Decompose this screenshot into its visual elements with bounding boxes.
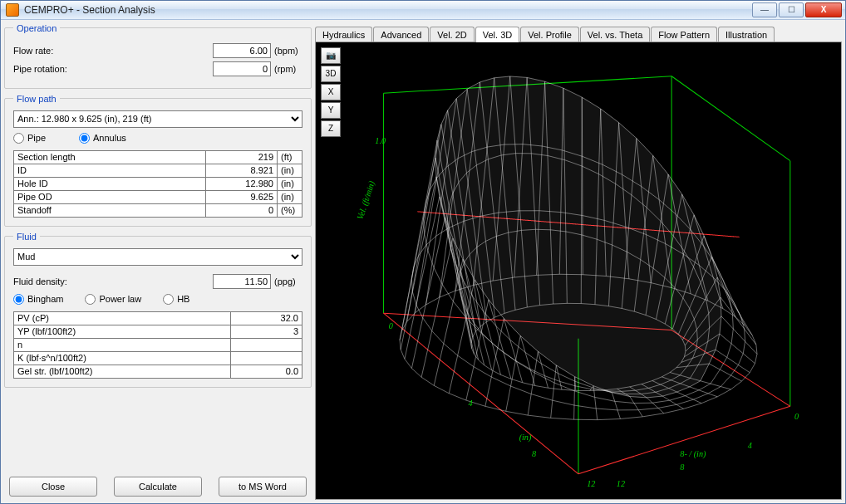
fluid-density-unit: (ppg) <box>271 276 302 286</box>
client-area: Operation Flow rate: (bpm) Pipe rotation… <box>1 20 845 503</box>
table-row: K (lbf·s^n/100ft2) <box>14 351 302 365</box>
fluid-density-label: Fluid density: <box>13 276 213 286</box>
tab-strip: Hydraulics Advanced Vel. 2D Vel. 3D Vel.… <box>315 23 842 42</box>
radio-powerlaw[interactable]: Power law <box>85 294 141 305</box>
radio-pipe-input[interactable] <box>13 133 24 144</box>
flowpath-group: Flow path Ann.: 12.980 x 9.625 (in), 219… <box>4 94 312 227</box>
view-camera-icon[interactable]: 📷 <box>321 47 341 64</box>
flow-rate-unit: (bpm) <box>271 46 302 56</box>
app-icon <box>6 3 19 17</box>
close-button[interactable]: Close <box>9 477 97 497</box>
operation-legend: Operation <box>13 23 60 33</box>
tab-velprofile[interactable]: Vel. Profile <box>520 27 579 42</box>
radio-hb[interactable]: HB <box>163 294 189 305</box>
vel3d-chart: 0 4 8 12 0 4 8 12 (in) 8- / (in) Vel. (f… <box>316 42 841 499</box>
titlebar: CEMPRO+ - Section Analysis — ☐ X <box>1 1 845 20</box>
svg-text:4: 4 <box>748 441 752 450</box>
radio-bingham-input[interactable] <box>13 294 24 305</box>
table-row: YP (lbf/100ft2)3 <box>14 325 302 338</box>
tab-hydraulics[interactable]: Hydraulics <box>315 27 372 42</box>
right-panel: Hydraulics Advanced Vel. 2D Vel. 3D Vel.… <box>315 23 842 500</box>
table-row: Standoff0(%) <box>14 203 302 217</box>
close-window-button[interactable]: X <box>805 2 842 17</box>
table-row: Pipe OD9.625(in) <box>14 190 302 203</box>
svg-text:8- / (in): 8- / (in) <box>680 449 706 459</box>
button-row: Close Calculate to MS Word <box>4 473 312 500</box>
svg-text:(in): (in) <box>519 433 532 443</box>
pipe-rotation-unit: (rpm) <box>271 64 302 74</box>
tab-vel3d[interactable]: Vel. 3D <box>475 27 519 42</box>
table-row: Section length219(ft) <box>14 150 302 164</box>
svg-text:1.0: 1.0 <box>375 136 386 145</box>
radio-pipe[interactable]: Pipe <box>13 133 46 144</box>
tab-veltheta[interactable]: Vel. vs. Theta <box>580 27 650 42</box>
view-y-button[interactable]: Y <box>321 102 341 119</box>
view-z-button[interactable]: Z <box>321 120 341 137</box>
svg-text:0: 0 <box>389 321 393 330</box>
plot-pane[interactable]: 📷 3D X Y Z <box>315 42 842 500</box>
maximize-button[interactable]: ☐ <box>779 2 804 17</box>
left-panel: Operation Flow rate: (bpm) Pipe rotation… <box>4 23 312 500</box>
view-3d-button[interactable]: 3D <box>321 66 341 82</box>
fluid-legend: Fluid <box>13 232 40 242</box>
svg-text:12: 12 <box>617 479 625 488</box>
svg-text:12: 12 <box>587 479 595 488</box>
radio-powerlaw-input[interactable] <box>85 294 96 305</box>
tab-illustration[interactable]: Illustration <box>718 27 775 42</box>
calculate-button[interactable]: Calculate <box>114 477 202 497</box>
minimize-button[interactable]: — <box>752 2 777 17</box>
window-title: CEMPRO+ - Section Analysis <box>24 4 752 16</box>
table-row: n <box>14 338 302 351</box>
tab-flowpattern[interactable]: Flow Pattern <box>651 27 717 42</box>
table-row: Hole ID12.980(in) <box>14 177 302 190</box>
radio-hb-input[interactable] <box>163 294 174 305</box>
svg-text:Vel. (ft/min): Vel. (ft/min) <box>356 179 377 221</box>
svg-text:4: 4 <box>468 399 472 408</box>
operation-group: Operation Flow rate: (bpm) Pipe rotation… <box>4 23 312 89</box>
table-row: PV (cP)32.0 <box>14 311 302 325</box>
fluid-select[interactable]: Mud <box>13 248 302 266</box>
msword-button[interactable]: to MS Word <box>219 477 307 497</box>
svg-text:8: 8 <box>532 449 536 458</box>
view-button-group: 📷 3D X Y Z <box>321 47 341 137</box>
view-x-button[interactable]: X <box>321 84 341 100</box>
flow-rate-input[interactable] <box>213 43 271 58</box>
table-row: ID8.921(in) <box>14 164 302 177</box>
fluid-density-input[interactable] <box>213 274 271 289</box>
svg-line-1 <box>671 76 790 160</box>
tab-vel2d[interactable]: Vel. 2D <box>430 27 474 42</box>
tab-advanced[interactable]: Advanced <box>373 27 429 42</box>
radio-annulus[interactable]: Annulus <box>79 133 126 144</box>
pipe-rotation-input[interactable] <box>213 61 271 76</box>
flow-rate-label: Flow rate: <box>13 46 213 56</box>
flowpath-table: Section length219(ft) ID8.921(in) Hole I… <box>13 150 302 218</box>
flowpath-select[interactable]: Ann.: 12.980 x 9.625 (in), 219 (ft) <box>13 110 302 128</box>
svg-text:8: 8 <box>680 462 684 471</box>
app-window: CEMPRO+ - Section Analysis — ☐ X Operati… <box>0 0 846 504</box>
radio-annulus-input[interactable] <box>79 133 90 144</box>
pipe-rotation-label: Pipe rotation: <box>13 64 213 74</box>
flowpath-legend: Flow path <box>13 94 60 104</box>
radio-bingham[interactable]: Bingham <box>13 294 63 305</box>
table-row: Gel str. (lbf/100ft2)0.0 <box>14 365 302 378</box>
fluid-group: Fluid Mud Fluid density: (ppg) Bingham <box>4 232 312 388</box>
svg-text:0: 0 <box>794 411 799 420</box>
fluid-table: PV (cP)32.0 YP (lbf/100ft2)3 n K (lbf·s^… <box>13 311 302 379</box>
